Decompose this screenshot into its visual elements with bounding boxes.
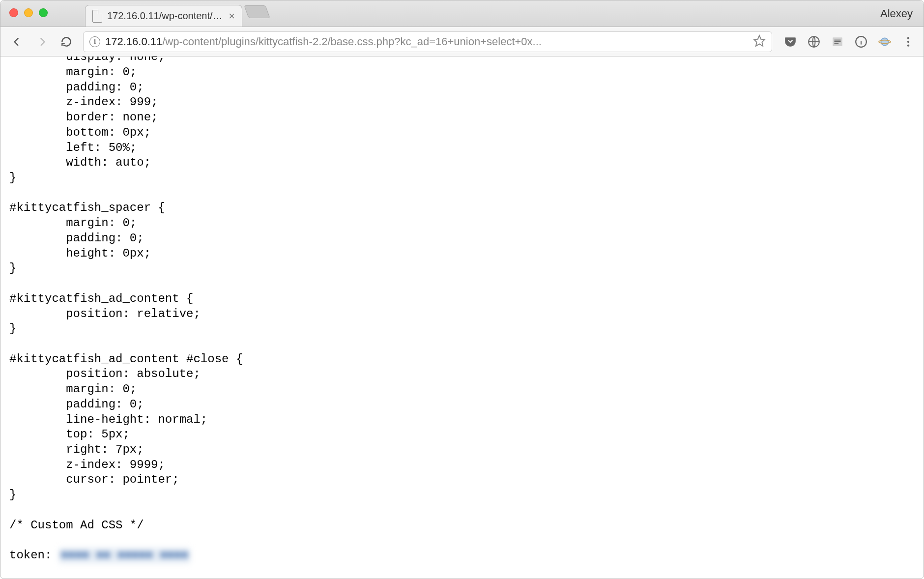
code-line: } <box>9 488 16 501</box>
browser-toolbar: i 172.16.0.11/wp-content/plugins/kittyca… <box>0 27 924 57</box>
code-line: z-index: 9999; <box>9 458 165 471</box>
code-line: height: 0px; <box>9 247 151 260</box>
forward-button[interactable] <box>34 34 50 50</box>
code-line: padding: 0; <box>9 81 144 94</box>
window-controls <box>9 8 48 17</box>
url-host: 172.16.0.11 <box>105 35 162 48</box>
url-text: 172.16.0.11/wp-content/plugins/kittycatf… <box>105 35 748 48</box>
fullscreen-window-button[interactable] <box>39 8 48 17</box>
code-line: margin: 0; <box>9 216 137 230</box>
code-line: } <box>9 322 16 335</box>
code-line: margin: 0; <box>9 382 137 396</box>
bookmark-star-icon[interactable] <box>753 34 766 49</box>
code-line: margin: 0; <box>9 65 137 79</box>
code-line: padding: 0; <box>9 398 144 411</box>
code-line: position: relative; <box>9 307 201 320</box>
pocket-icon[interactable] <box>784 35 797 48</box>
code-line: #kittycatfish_ad_content { <box>9 292 193 305</box>
svg-point-12 <box>907 40 909 42</box>
browser-tab[interactable]: 172.16.0.11/wp-content/plugi × <box>85 5 242 27</box>
svg-point-9 <box>881 38 888 45</box>
svg-point-13 <box>907 44 909 46</box>
code-line: padding: 0; <box>9 232 144 245</box>
code-line: width: auto; <box>9 156 151 169</box>
svg-rect-4 <box>835 41 841 42</box>
svg-marker-0 <box>754 35 765 46</box>
token-label: token: <box>9 549 59 562</box>
url-path: /wp-content/plugins/kittycatfish-2.2/bas… <box>162 35 542 48</box>
code-line: z-index: 999; <box>9 95 158 109</box>
svg-rect-5 <box>835 43 839 44</box>
file-icon <box>92 10 102 23</box>
code-line: cursor: pointer; <box>9 473 179 486</box>
toolbar-extension-icons <box>784 35 915 48</box>
code-line: right: 7px; <box>9 443 144 456</box>
close-window-button[interactable] <box>9 8 18 17</box>
reader-icon[interactable] <box>831 35 844 48</box>
planet-icon[interactable] <box>878 35 891 48</box>
profile-name[interactable]: Alexey <box>880 7 913 20</box>
minimize-window-button[interactable] <box>24 8 33 17</box>
code-line: border: none; <box>9 111 158 124</box>
menu-icon[interactable] <box>902 35 915 48</box>
code-line: display: none; <box>9 57 165 65</box>
code-line: #kittycatfish_ad_content #close { <box>9 352 243 366</box>
token-redacted: ■■■■ ■■ ■■■■■ ■■■■ <box>59 548 190 563</box>
code-line: line-height: normal; <box>9 413 207 426</box>
page-content: display: none; margin: 0; padding: 0; z-… <box>0 57 924 579</box>
site-info-icon[interactable]: i <box>89 36 100 47</box>
close-tab-icon[interactable]: × <box>229 11 235 22</box>
code-line: bottom: 0px; <box>9 126 151 139</box>
new-tab-button[interactable] <box>244 5 270 18</box>
info-circle-icon[interactable] <box>855 35 867 48</box>
window-titlebar: 172.16.0.11/wp-content/plugi × Alexey <box>0 0 924 27</box>
code-line: position: absolute; <box>9 367 201 380</box>
svg-rect-3 <box>835 39 841 40</box>
code-line: top: 5px; <box>9 428 130 441</box>
svg-point-11 <box>907 37 909 39</box>
code-line: #kittycatfish_spacer { <box>9 201 165 214</box>
back-button[interactable] <box>9 34 25 50</box>
tab-title: 172.16.0.11/wp-content/plugi <box>107 10 224 22</box>
reload-button[interactable] <box>58 34 74 50</box>
code-line: } <box>9 171 16 184</box>
code-line: } <box>9 261 16 275</box>
code-line: /* Custom Ad CSS */ <box>9 519 144 532</box>
address-bar[interactable]: i 172.16.0.11/wp-content/plugins/kittyca… <box>83 31 772 52</box>
code-line: left: 50%; <box>9 141 137 154</box>
globe-icon[interactable] <box>808 35 820 48</box>
